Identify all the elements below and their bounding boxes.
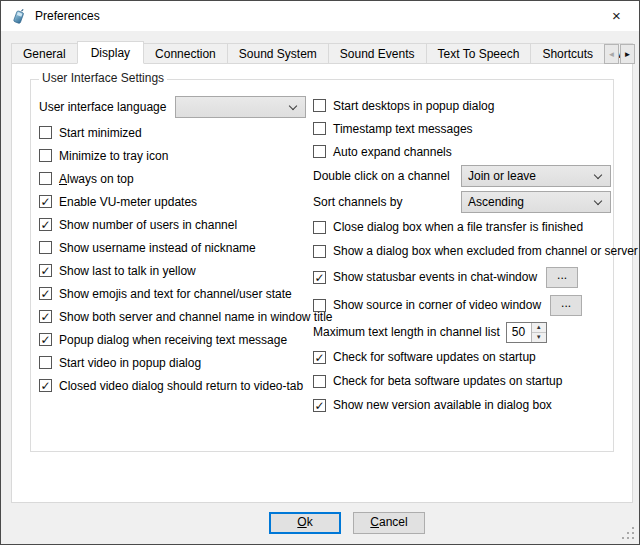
checkbox-row: Close dialog box when a file transfer is… (313, 215, 613, 239)
video-source-row: Show source in corner of video window ..… (313, 291, 613, 319)
tab-bar: General Display Connection Sound System … (11, 41, 633, 64)
window-title: Preferences (35, 9, 100, 23)
checkbox[interactable]: ✓ (313, 351, 326, 364)
checkbox[interactable] (313, 221, 326, 234)
checkbox-row: ✓Popup dialog when receiving text messag… (39, 328, 314, 351)
checkbox-row: ✓Show emojis and text for channel/user s… (39, 282, 314, 305)
checkbox[interactable] (313, 299, 326, 312)
tab-sound-events[interactable]: Sound Events (328, 43, 427, 64)
checkbox[interactable]: ✓ (39, 264, 52, 277)
language-row: User interface language (39, 94, 314, 121)
sort-channels-value: Ascending (468, 195, 524, 209)
checkbox-label[interactable]: Show statusbar events in chat-window (333, 270, 537, 284)
spin-down-icon[interactable]: ▼ (532, 333, 546, 342)
preferences-dialog: Preferences × General Display Connection… (0, 0, 640, 545)
checkbox[interactable] (313, 145, 326, 158)
chevron-down-icon (594, 197, 602, 205)
tab-text-to-speech[interactable]: Text To Speech (426, 43, 532, 64)
checkbox-label[interactable]: Show number of users in channel (59, 218, 237, 232)
checkbox[interactable]: ✓ (313, 271, 326, 284)
cancel-button[interactable]: Cancel (353, 512, 425, 534)
statusbar-events-more-button[interactable]: ... (546, 267, 578, 288)
right-column: Start desktops in popup dialog Timestamp… (313, 94, 613, 417)
group-legend: User Interface Settings (39, 71, 167, 85)
arrow-right-icon: ► (624, 50, 632, 59)
checkbox-row: Start video in popup dialog (39, 351, 314, 374)
tab-connection[interactable]: Connection (143, 43, 228, 64)
checkbox[interactable]: ✓ (313, 399, 326, 412)
checkbox-label[interactable]: Auto expand channels (333, 145, 452, 159)
tab-scrollers: ◄ ► (603, 44, 635, 64)
tab-general[interactable]: General (11, 43, 78, 64)
checkbox[interactable] (39, 241, 52, 254)
ok-button[interactable]: Ok (269, 512, 341, 534)
display-tab-page: User Interface Settings User interface l… (11, 63, 633, 503)
checkbox[interactable] (313, 99, 326, 112)
checkbox-label[interactable]: Enable VU-meter updates (59, 195, 197, 209)
resize-grip[interactable] (622, 527, 635, 540)
arrow-left-icon: ◄ (608, 50, 616, 59)
checkbox-label[interactable]: Check for software updates on startup (333, 350, 536, 364)
checkbox[interactable]: ✓ (39, 379, 52, 392)
spin-up-icon[interactable]: ▲ (532, 323, 546, 333)
checkbox-row: Minimize to tray icon (39, 144, 314, 167)
checkbox-label[interactable]: Minimize to tray icon (59, 149, 168, 163)
checkbox-row: ✓Show number of users in channel (39, 213, 314, 236)
max-text-length-spinbox[interactable]: 50 ▲ ▼ (506, 322, 547, 343)
titlebar[interactable]: Preferences (1, 1, 639, 31)
checkbox-row: Start desktops in popup dialog (313, 94, 613, 117)
checkbox[interactable]: ✓ (39, 287, 52, 300)
checkbox-label[interactable]: Check for beta software updates on start… (333, 374, 562, 388)
checkbox-label[interactable]: Start desktops in popup dialog (333, 99, 494, 113)
checkbox-label[interactable]: Always on top (59, 172, 134, 186)
checkbox-label[interactable]: Show username instead of nickname (59, 241, 256, 255)
checkbox-label[interactable]: Show both server and channel name in win… (59, 310, 333, 324)
double-click-combobox[interactable]: Join or leave (461, 165, 611, 187)
left-column: User interface language Start minimized … (39, 94, 314, 397)
sort-channels-combobox[interactable]: Ascending (461, 191, 611, 213)
checkbox-row: Timestamp text messages (313, 117, 613, 140)
tab-scroll-right-button[interactable]: ► (620, 44, 635, 64)
tab-display[interactable]: Display (77, 41, 144, 64)
checkbox[interactable] (39, 356, 52, 369)
checkbox-label[interactable]: Close dialog box when a file transfer is… (333, 220, 583, 234)
checkbox-label[interactable]: Popup dialog when receiving text message (59, 333, 287, 347)
checkbox-row: ✓Check for software updates on startup (313, 345, 613, 369)
double-click-value: Join or leave (468, 169, 536, 183)
checkbox[interactable]: ✓ (39, 333, 52, 346)
checkbox-label[interactable]: Show a dialog box when excluded from cha… (333, 244, 638, 258)
checkbox-label[interactable]: Show source in corner of video window (333, 298, 541, 312)
checkbox-label[interactable]: Closed video dialog should return to vid… (59, 379, 303, 393)
checkbox-label[interactable]: Start video in popup dialog (59, 356, 201, 370)
checkbox-label[interactable]: Show new version available in dialog box (333, 398, 552, 412)
tab-scroll-left-button[interactable]: ◄ (604, 44, 619, 64)
sort-channels-label: Sort channels by (313, 195, 402, 209)
checkbox[interactable] (39, 149, 52, 162)
checkbox[interactable]: ✓ (39, 310, 52, 323)
checkbox-label[interactable]: Show emojis and text for channel/user st… (59, 287, 292, 301)
video-source-more-button[interactable]: ... (550, 295, 582, 316)
checkbox-label[interactable]: Timestamp text messages (333, 122, 473, 136)
checkbox-label[interactable]: Show last to talk in yellow (59, 264, 196, 278)
checkbox-label[interactable]: Start minimized (59, 126, 142, 140)
max-text-length-row: Maximum text length in channel list 50 ▲… (313, 319, 613, 345)
spinbox-value: 50 (512, 323, 525, 342)
checkbox-row: ✓Enable VU-meter updates (39, 190, 314, 213)
checkbox[interactable] (313, 122, 326, 135)
checkbox[interactable] (313, 375, 326, 388)
checkbox[interactable]: ✓ (39, 218, 52, 231)
user-interface-settings-group: User Interface Settings User interface l… (30, 79, 614, 452)
tab-shortcuts[interactable]: Shortcuts (530, 43, 605, 64)
close-icon: × (612, 7, 621, 24)
checkbox-row: Always on top (39, 167, 314, 190)
tab-sound-system[interactable]: Sound System (227, 43, 329, 64)
close-button[interactable]: × (594, 1, 639, 30)
checkbox[interactable] (39, 172, 52, 185)
checkbox-row: ✓Show both server and channel name in wi… (39, 305, 314, 328)
checkbox[interactable]: ✓ (39, 195, 52, 208)
chevron-down-icon (594, 171, 602, 179)
checkbox-row: ✓Closed video dialog should return to vi… (39, 374, 314, 397)
checkbox[interactable] (313, 245, 326, 258)
checkbox[interactable] (39, 126, 52, 139)
language-combobox[interactable] (175, 96, 306, 118)
